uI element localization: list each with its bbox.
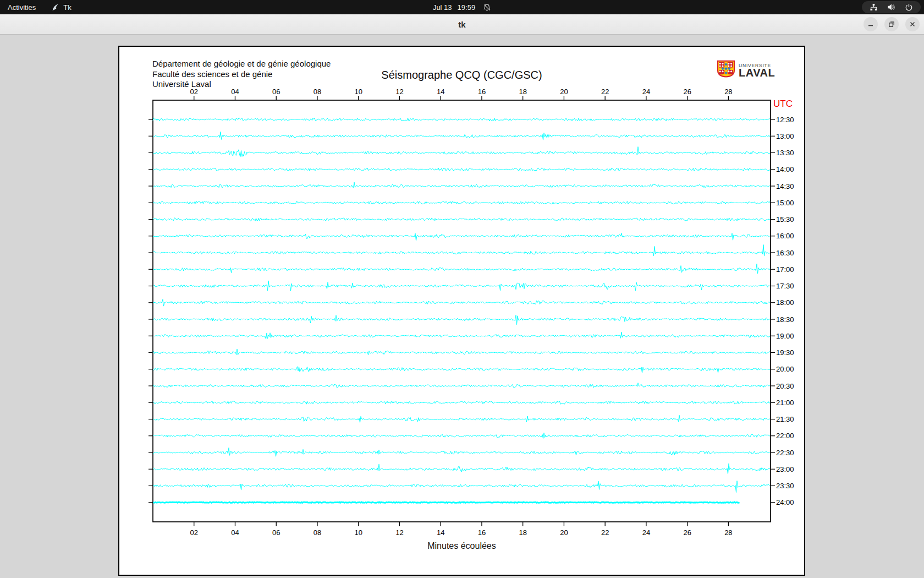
x-axis-tick-label-bottom: 20 — [560, 528, 568, 537]
time-label: 13:30 — [776, 149, 794, 157]
tk-feather-icon — [51, 3, 59, 12]
time-label: 21:30 — [776, 415, 794, 423]
x-axis-tick-label-top: 20 — [560, 88, 568, 96]
x-axis-tick-label-bottom: 12 — [395, 528, 403, 537]
time-label: 16:00 — [776, 232, 794, 240]
tk-app-indicator[interactable]: Tk — [51, 0, 71, 14]
seismogram-trace-20:00 — [153, 367, 770, 373]
x-axis-tick-label-top: 12 — [395, 88, 403, 96]
seismogram-trace-12:30 — [153, 118, 770, 121]
x-axis-caption: Minutes écoulées — [119, 541, 804, 551]
x-axis-tick-label-bottom: 26 — [683, 528, 691, 537]
activities-label: Activities — [8, 3, 36, 12]
x-axis-tick-label-bottom: 02 — [190, 528, 198, 537]
activities-button[interactable]: Activities — [8, 0, 36, 14]
seismogram-trace-22:30 — [153, 448, 770, 456]
x-axis-tick-label-bottom: 16 — [478, 528, 486, 537]
x-axis-tick-label-bottom: 18 — [519, 528, 526, 537]
seismogram-trace-16:00 — [153, 233, 770, 241]
seismogram-trace-21:30 — [153, 415, 770, 423]
system-tray[interactable] — [862, 1, 921, 13]
clock-button[interactable]: Jul 13 19:59 — [433, 0, 491, 14]
window-title: tk — [458, 20, 465, 29]
time-label: 14:30 — [776, 182, 794, 190]
time-label: 15:30 — [776, 215, 794, 223]
x-axis-tick-label-top: 04 — [231, 88, 239, 96]
seismogram-trace-14:00 — [153, 168, 770, 171]
seismogram-trace-18:00 — [153, 299, 770, 307]
time-label: 18:00 — [776, 298, 794, 307]
time-label: 24:00 — [776, 498, 794, 506]
x-axis-tick-label-bottom: 14 — [437, 528, 444, 537]
time-label: 19:30 — [776, 348, 794, 357]
plot-border — [153, 100, 771, 522]
network-icon — [870, 3, 878, 11]
time-label: 17:30 — [776, 282, 794, 290]
clock-time: 19:59 — [458, 3, 476, 12]
x-axis-tick-label-top: 22 — [601, 88, 609, 96]
x-axis-tick-label-bottom: 04 — [231, 528, 239, 537]
time-label: 16:30 — [776, 249, 794, 257]
x-axis-tick-label-bottom: 28 — [724, 528, 732, 537]
time-label: 20:30 — [776, 382, 794, 390]
time-label: 21:00 — [776, 399, 794, 407]
time-label: 12:30 — [776, 116, 794, 124]
x-axis-tick-label-bottom: 24 — [642, 528, 650, 537]
x-axis-tick-label-top: 08 — [314, 88, 321, 96]
minimize-button[interactable] — [864, 17, 878, 31]
close-button[interactable] — [905, 17, 920, 31]
x-axis-tick-label-top: 24 — [642, 88, 650, 96]
x-axis-tick-label-top: 18 — [519, 88, 526, 96]
seismogram-trace-19:00 — [153, 332, 770, 339]
time-label: 22:30 — [776, 449, 794, 457]
power-icon — [905, 3, 913, 12]
seismogram-trace-13:30 — [153, 147, 770, 157]
window-content: Département de géologie et de génie géol… — [0, 35, 924, 578]
x-axis-tick-label-top: 26 — [683, 88, 691, 96]
time-label: 19:00 — [776, 332, 794, 340]
time-label: 13:00 — [776, 132, 794, 140]
seismogram-trace-15:30 — [153, 218, 770, 221]
seismogram-trace-14:30 — [153, 182, 770, 188]
x-axis-tick-label-top: 16 — [478, 88, 486, 96]
volume-icon — [887, 3, 895, 11]
seismogram-trace-15:00 — [153, 201, 770, 205]
seismogram-trace-23:00 — [153, 464, 770, 474]
seismograph-canvas: Département de géologie et de génie géol… — [118, 46, 805, 576]
x-axis-tick-label-bottom: 22 — [601, 528, 609, 537]
time-label: 23:00 — [776, 465, 794, 473]
seismogram-trace-23:30 — [153, 481, 770, 493]
seismogram-trace-17:00 — [153, 264, 770, 274]
tk-app-label: Tk — [63, 3, 71, 12]
seismogram-trace-13:00 — [153, 132, 770, 140]
window-titlebar: tk — [0, 14, 924, 35]
maximize-button[interactable] — [884, 17, 899, 31]
seismogram-trace-24:00 — [153, 502, 740, 503]
time-label: 15:00 — [776, 199, 794, 207]
time-label: 18:30 — [776, 315, 794, 324]
x-axis-tick-label-bottom: 10 — [354, 528, 362, 537]
utc-axis-title: UTC — [773, 99, 793, 109]
clock-date: Jul 13 — [433, 3, 452, 12]
time-label: 17:00 — [776, 265, 794, 274]
time-label: 14:00 — [776, 165, 794, 173]
seismogram-trace-22:00 — [153, 433, 770, 438]
x-axis-tick-label-bottom: 08 — [314, 528, 321, 537]
x-axis-tick-label-top: 10 — [354, 88, 362, 96]
seismograph-chart: 0202040406060808101012121414161618182020… — [119, 47, 804, 575]
seismogram-trace-20:30 — [153, 383, 770, 388]
gnome-top-bar: Activities Tk Jul 13 19:59 — [0, 0, 924, 14]
x-axis-tick-label-top: 28 — [724, 88, 732, 96]
x-axis-tick-label-bottom: 06 — [272, 528, 280, 537]
x-axis-tick-label-top: 14 — [437, 88, 444, 96]
seismogram-trace-17:30 — [153, 281, 770, 291]
seismogram-trace-21:00 — [153, 401, 770, 405]
time-label: 22:00 — [776, 432, 794, 440]
seismogram-trace-16:30 — [153, 245, 770, 257]
seismogram-trace-18:30 — [153, 315, 770, 324]
time-label: 23:30 — [776, 482, 794, 490]
seismogram-trace-19:30 — [153, 349, 770, 355]
time-label: 20:00 — [776, 365, 794, 373]
x-axis-tick-label-top: 02 — [190, 88, 198, 96]
notifications-muted-icon — [483, 3, 491, 12]
